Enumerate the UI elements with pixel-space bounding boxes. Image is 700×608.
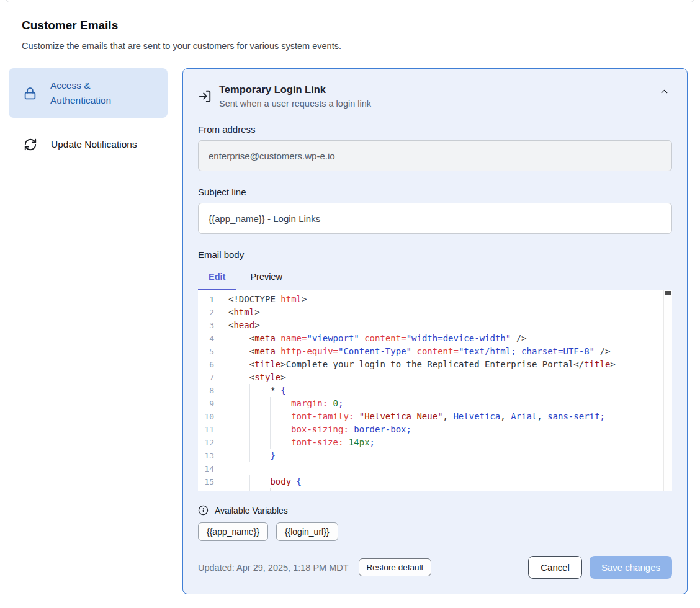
code-line: 9margin: 0;	[198, 397, 672, 410]
restore-default-button[interactable]: Restore default	[359, 558, 432, 576]
code-line: 5<meta http-equiv="Content-Type" content…	[198, 345, 672, 358]
subject-line-label: Subject line	[198, 187, 672, 197]
variable-chip-app-name[interactable]: {{app_name}}	[198, 522, 268, 541]
panel-title: Temporary Login Link	[219, 84, 371, 96]
code-line: 2<html>	[198, 306, 672, 319]
log-in-icon	[198, 89, 212, 103]
code-line: 4<meta name="viewport" content="width=de…	[198, 332, 672, 345]
code-editor[interactable]: 1<!DOCTYPE html>2<html>3<head>4<meta nam…	[198, 290, 672, 491]
code-line: 12font-size: 14px;	[198, 436, 672, 449]
code-lines: 1<!DOCTYPE html>2<html>3<head>4<meta nam…	[198, 290, 672, 491]
page-header: Customer Emails Customize the emails tha…	[22, 19, 678, 51]
chevron-up-icon	[659, 86, 670, 97]
page-title: Customer Emails	[22, 19, 678, 32]
code-line: 13}	[198, 449, 672, 462]
email-settings-panel: Temporary Login Link Sent when a user re…	[182, 68, 688, 594]
editor-scrollbar[interactable]	[663, 290, 672, 491]
refresh-icon	[24, 138, 37, 151]
updated-timestamp: Updated: Apr 29, 2025, 1:18 PM MDT	[198, 563, 349, 573]
sidebar-item-label: Update Notifications	[51, 137, 137, 152]
previous-card-edge	[6, 0, 694, 2]
collapse-button[interactable]	[658, 85, 671, 98]
page-subtitle: Customize the emails that are sent to yo…	[22, 41, 678, 51]
code-line: 7<style>	[198, 371, 672, 384]
tab-edit[interactable]: Edit	[198, 266, 236, 290]
sidebar-item-update-notifications[interactable]: Update Notifications	[9, 128, 168, 161]
sidebar-item-access-authentication[interactable]: Access & Authentication	[9, 68, 168, 118]
subject-line-input[interactable]	[198, 203, 672, 234]
code-line: 8* {	[198, 384, 672, 397]
sidebar: Access & Authentication Update Notificat…	[9, 68, 168, 161]
tab-preview[interactable]: Preview	[240, 266, 293, 290]
code-line: 10font-family: "Helvetica Neue", Helveti…	[198, 410, 672, 423]
code-line: 11box-sizing: border-box;	[198, 423, 672, 436]
from-address-input[interactable]	[198, 140, 672, 171]
editor-tabs: Edit Preview	[198, 266, 672, 290]
code-line: 6<title>Complete your login to the Repli…	[198, 358, 672, 371]
code-line: 1<!DOCTYPE html>	[198, 293, 672, 306]
email-body-label: Email body	[198, 249, 672, 260]
code-line: 15body {	[198, 475, 672, 488]
sidebar-item-label: Access & Authentication	[50, 78, 132, 108]
save-changes-button[interactable]: Save changes	[590, 556, 672, 579]
available-variables-label: Available Variables	[215, 506, 288, 516]
cancel-button[interactable]: Cancel	[528, 556, 582, 579]
from-address-label: From address	[198, 124, 672, 135]
code-line: 14	[198, 462, 672, 475]
code-line: 3<head>	[198, 319, 672, 332]
info-icon	[198, 505, 209, 516]
panel-subtitle: Sent when a user requests a login link	[219, 99, 371, 109]
panel-header: Temporary Login Link Sent when a user re…	[198, 84, 672, 109]
lock-icon	[24, 87, 37, 100]
variable-chip-login-url[interactable]: {{login_url}}	[276, 522, 338, 541]
code-line: 16background-color: #f6f6f6;	[198, 488, 672, 491]
panel-footer: Updated: Apr 29, 2025, 1:18 PM MDT Resto…	[198, 556, 672, 579]
editor-scrollbar-thumb[interactable]	[665, 291, 671, 295]
variable-chips: {{app_name}} {{login_url}}	[198, 522, 672, 541]
available-variables-header: Available Variables	[198, 505, 672, 516]
